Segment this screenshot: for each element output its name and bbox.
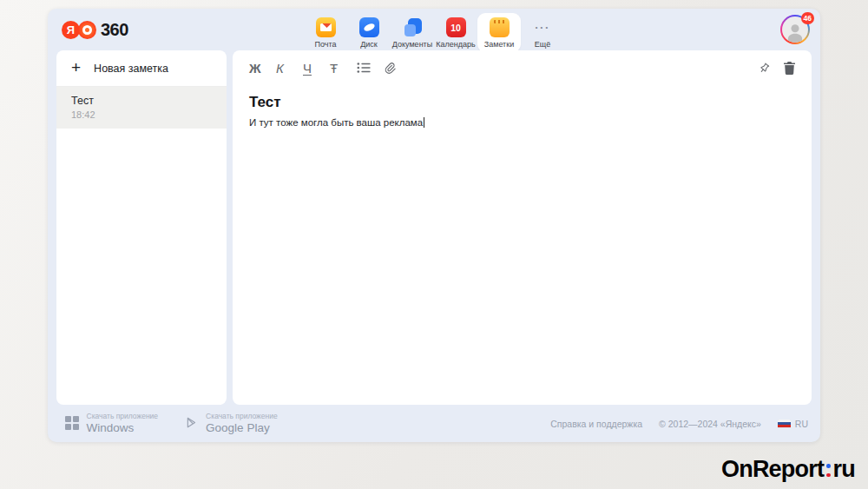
windows-caption: Скачать приложение — [87, 412, 159, 421]
new-note-button[interactable]: + Новая заметка — [56, 50, 227, 87]
nav-item-notes[interactable]: Заметки — [477, 13, 521, 52]
notes-sidebar: + Новая заметка Тест 18:42 — [56, 50, 227, 405]
nav-label-disk: Диск — [360, 40, 378, 49]
editor-toolbar: Ж К Ч Ŧ — [233, 50, 812, 85]
download-windows-link[interactable]: Скачать приложение Windows — [65, 412, 158, 435]
logo-brand-text: 360 — [101, 20, 128, 40]
nav-label-calendar: Календарь — [436, 40, 475, 49]
footer-app-links: Скачать приложение Windows Скачать прило… — [65, 412, 278, 435]
note-editor-panel: Ж К Ч Ŧ — [233, 50, 812, 405]
google-play-icon — [186, 416, 198, 429]
language-selector[interactable]: RU — [778, 419, 808, 429]
watermark-tld: ru — [833, 456, 855, 483]
notification-badge: 46 — [801, 12, 814, 24]
italic-button[interactable]: К — [276, 62, 303, 75]
delete-button[interactable] — [784, 62, 795, 75]
footer: Скачать приложение Windows Скачать прило… — [48, 405, 820, 442]
disk-icon — [359, 17, 379, 37]
nav-label-documents: Документы — [392, 40, 432, 49]
bullet-list-button[interactable] — [357, 62, 384, 74]
strikethrough-button[interactable]: Ŧ — [330, 62, 357, 75]
bold-button[interactable]: Ж — [249, 62, 276, 75]
onreport-watermark: OnReport ru — [721, 456, 855, 483]
watermark-colon-icon — [826, 464, 831, 477]
plus-icon: + — [71, 59, 81, 76]
user-avatar[interactable]: 46 — [780, 15, 810, 44]
360-ring-icon — [78, 21, 96, 39]
nav-item-calendar[interactable]: 10 Календарь — [434, 13, 477, 52]
nav-item-mail[interactable]: Почта — [304, 13, 347, 52]
nav-label-notes: Заметки — [484, 40, 514, 49]
download-googleplay-link[interactable]: Скачать приложение Google Play — [186, 412, 278, 435]
nav-item-documents[interactable]: Документы — [391, 13, 434, 52]
services-nav: Почта Диск Документы 10 Календарь Заметк… — [304, 13, 564, 52]
nav-item-more[interactable]: ··· Ещё — [521, 13, 564, 52]
text-caret — [424, 117, 424, 128]
note-item-title: Тест — [71, 95, 212, 107]
app-window: Я 360 Почта Диск Документы 10 Календарь — [48, 9, 820, 442]
copyright-text: © 2012—2024 «Яндекс» — [659, 419, 761, 429]
russia-flag-icon — [778, 420, 791, 428]
nav-item-disk[interactable]: Диск — [347, 13, 391, 52]
toolbar-right-group — [758, 62, 795, 75]
windows-name: Windows — [87, 421, 159, 435]
nav-label-mail: Почта — [315, 40, 337, 49]
support-link[interactable]: Справка и поддержка — [550, 419, 642, 429]
underline-button[interactable]: Ч — [303, 62, 330, 75]
mail-icon — [316, 17, 336, 37]
new-note-label: Новая заметка — [94, 63, 168, 75]
note-body-text: И тут тоже могла быть ваша реклама — [249, 117, 423, 128]
more-dots-icon: ··· — [535, 17, 550, 37]
googleplay-caption: Скачать приложение — [206, 412, 278, 421]
windows-icon — [65, 416, 79, 430]
attach-button[interactable] — [384, 62, 411, 75]
nav-label-more: Ещё — [535, 40, 550, 49]
note-body[interactable]: И тут тоже могла быть ваша реклама — [233, 111, 812, 128]
watermark-name: OnReport — [721, 456, 824, 483]
note-item-time: 18:42 — [71, 109, 212, 120]
pin-button[interactable] — [758, 62, 771, 75]
language-code: RU — [795, 419, 808, 429]
yandex-logo-icon: Я — [62, 21, 80, 39]
note-list-item[interactable]: Тест 18:42 — [56, 87, 227, 129]
googleplay-name: Google Play — [206, 421, 278, 435]
documents-icon — [403, 17, 423, 37]
calendar-icon: 10 — [446, 17, 466, 37]
note-title[interactable]: Тест — [233, 85, 812, 111]
footer-right-group: Справка и поддержка © 2012—2024 «Яндекс»… — [550, 405, 808, 442]
notes-icon — [490, 17, 510, 37]
header: Я 360 Почта Диск Документы 10 Календарь — [48, 9, 820, 50]
yandex-360-logo[interactable]: Я 360 — [62, 20, 128, 40]
